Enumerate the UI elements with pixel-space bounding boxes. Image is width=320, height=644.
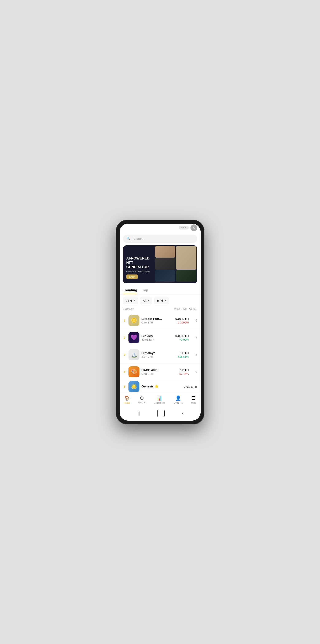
avatar-genesis: 🌟 <box>128 381 139 392</box>
banner-left: AI-POWEREDNFT GENERATOR Generate | Mint … <box>123 245 155 283</box>
filter-category[interactable]: All ▼ <box>140 297 152 304</box>
banner-image-2 <box>176 246 196 270</box>
collections-list: 1 🪙 Bitcoin Punk Or... 0.76 ETH 0.01 ETH… <box>120 312 201 393</box>
floor-price-5: 0.01 ETH <box>174 385 197 388</box>
nav-mynfts[interactable]: 👤 My NFTs <box>173 396 182 404</box>
floor-price-2: 0.03 ETH <box>166 334 189 338</box>
browser-dot-3 <box>185 227 186 228</box>
collected-3: 8 <box>191 353 197 356</box>
filter-currency[interactable]: ETH ▼ <box>154 297 169 304</box>
avatar-bloxies: 💜 <box>128 332 139 343</box>
collected-4: 9 <box>191 370 197 374</box>
browser-dot-1 <box>181 227 182 228</box>
banner-enter-button[interactable]: Enter <box>126 274 138 279</box>
more-icon: ☰ <box>192 396 196 401</box>
collection-row-4[interactable]: 4 🎨 HAPE APE 0.48 ETH 0 ETH -57.14% 9 <box>120 364 201 380</box>
rank-4: 4 <box>123 370 126 374</box>
floor-change-4: -57.14% <box>166 372 189 376</box>
collection-row-1[interactable]: 1 🪙 Bitcoin Punk Or... 0.76 ETH 0.01 ETH… <box>120 312 201 329</box>
gesture-menu-icon[interactable]: ||| <box>136 411 140 416</box>
collection-volume-1: 0.76 ETH <box>142 321 163 324</box>
filter-time[interactable]: 24 H ▼ <box>123 297 138 304</box>
collection-volume-2: 40.51 ETH <box>142 338 163 341</box>
search-bar[interactable]: 🔍 Search... <box>123 234 197 243</box>
tab-trending[interactable]: Trending <box>123 287 137 294</box>
search-container: 🔍 Search... <box>120 233 201 245</box>
table-header: Collection Floor Price Colle... <box>120 307 201 312</box>
avatar-himalaya: 🏔️ <box>128 349 139 360</box>
avatar-bitcoin-punk-image: 🪙 <box>128 315 139 326</box>
mynfts-icon: 👤 <box>175 396 181 401</box>
banner-image-1 <box>155 246 176 258</box>
nav-collections[interactable]: 📊 Collections <box>154 396 165 404</box>
phone-device: ✕ 🔍 Search... AI-POWEREDNFT GENERATOR Ge… <box>116 220 204 424</box>
rank-2: 2 <box>123 336 126 339</box>
floor-col-3: 0 ETH +16.61% <box>166 351 189 358</box>
floor-col-2: 0.03 ETH +0.00% <box>166 334 189 341</box>
banner-subtitle: Generate | Mint | Trade <box>126 270 152 273</box>
tabs-row: Trending Top <box>120 287 201 294</box>
gesture-home-button[interactable] <box>157 410 165 417</box>
rank-3: 3 <box>123 353 126 356</box>
collection-row-2[interactable]: 2 💜 Bloxies 40.51 ETH 0.03 ETH +0.00% 7 <box>120 329 201 346</box>
filter-category-label: All <box>143 299 146 302</box>
floor-price-4: 0 ETH <box>166 368 189 372</box>
collection-info-4: HAPE APE 0.48 ETH <box>142 368 163 376</box>
floor-price-1: 0.01 ETH <box>166 317 189 320</box>
nav-collections-label: Collections <box>154 402 165 404</box>
floor-change-2: +0.00% <box>166 338 189 341</box>
tab-top[interactable]: Top <box>142 287 148 294</box>
collections-icon: 📊 <box>157 396 162 401</box>
banner-image-4 <box>155 270 176 282</box>
filter-currency-arrow: ▼ <box>164 300 166 302</box>
rank-1: 1 <box>123 319 126 322</box>
banner-image-3 <box>155 258 176 270</box>
collection-info-3: Himalaya 3.27 ETH <box>142 351 163 358</box>
floor-col-5: 0.01 ETH <box>174 385 197 388</box>
filters-row: 24 H ▼ All ▼ ETH ▼ <box>120 297 201 304</box>
filter-time-arrow: ▼ <box>133 300 135 302</box>
browser-dots[interactable] <box>179 226 189 230</box>
col-header-collection: Collection <box>123 307 163 310</box>
banner: AI-POWEREDNFT GENERATOR Generate | Mint … <box>123 245 197 283</box>
floor-col-1: 0.01 ETH -0.3600% <box>166 317 189 324</box>
col-header-collected: Colle... <box>187 307 197 310</box>
phone-screen: ✕ 🔍 Search... AI-POWEREDNFT GENERATOR Ge… <box>120 224 201 420</box>
collection-volume-3: 3.27 ETH <box>142 355 163 358</box>
floor-change-3: +16.61% <box>166 355 189 358</box>
collection-name-2: Bloxies <box>142 334 163 338</box>
floor-price-3: 0 ETH <box>166 351 189 355</box>
floor-change-1: -0.3600% <box>166 321 189 324</box>
collection-info-5: Genesis 🌟 <box>142 384 172 389</box>
col-header-floor-price: Floor Price <box>163 307 187 310</box>
search-input[interactable]: Search... <box>133 237 194 240</box>
collection-name-4: HAPE APE <box>142 368 163 372</box>
avatar-hape-ape: 🎨 <box>128 366 139 377</box>
nav-more[interactable]: ☰ More <box>191 396 196 404</box>
gesture-bar: ||| ‹ <box>120 407 201 420</box>
banner-title: AI-POWEREDNFT GENERATOR <box>126 256 152 269</box>
collection-name-1: Bitcoin Punk Or... <box>142 317 163 320</box>
banner-images <box>155 245 197 283</box>
browser-dot-2 <box>183 227 184 228</box>
collected-2: 7 <box>191 336 197 339</box>
filter-category-arrow: ▼ <box>147 300 150 302</box>
collection-name-3: Himalaya <box>142 351 163 355</box>
nav-nftfi-label: NFT-Fi <box>138 401 145 404</box>
collected-1: 6 <box>191 319 197 322</box>
gesture-back-icon[interactable]: ‹ <box>182 411 184 416</box>
filter-currency-label: ETH <box>157 299 163 302</box>
search-icon: 🔍 <box>126 237 131 241</box>
bottom-nav: 🏠 Home ⬡ NFT-Fi 📊 Collections 👤 My NFTs … <box>120 393 201 407</box>
floor-col-4: 0 ETH -57.14% <box>166 368 189 376</box>
collection-row-3[interactable]: 3 🏔️ Himalaya 3.27 ETH 0 ETH +16.61% 8 <box>120 346 201 364</box>
nav-home[interactable]: 🏠 Home <box>124 396 130 404</box>
nav-nftfi[interactable]: ⬡ NFT-Fi <box>138 396 145 404</box>
collection-row-5[interactable]: 5 🌟 Genesis 🌟 0.01 ETH <box>120 380 201 393</box>
nftfi-icon: ⬡ <box>140 396 144 400</box>
browser-close-button[interactable]: ✕ <box>191 224 197 231</box>
collection-info-2: Bloxies 40.51 ETH <box>142 334 163 341</box>
collection-info-1: Bitcoin Punk Or... 0.76 ETH <box>142 317 163 324</box>
collection-volume-4: 0.48 ETH <box>142 372 163 376</box>
nav-home-label: Home <box>124 402 130 404</box>
